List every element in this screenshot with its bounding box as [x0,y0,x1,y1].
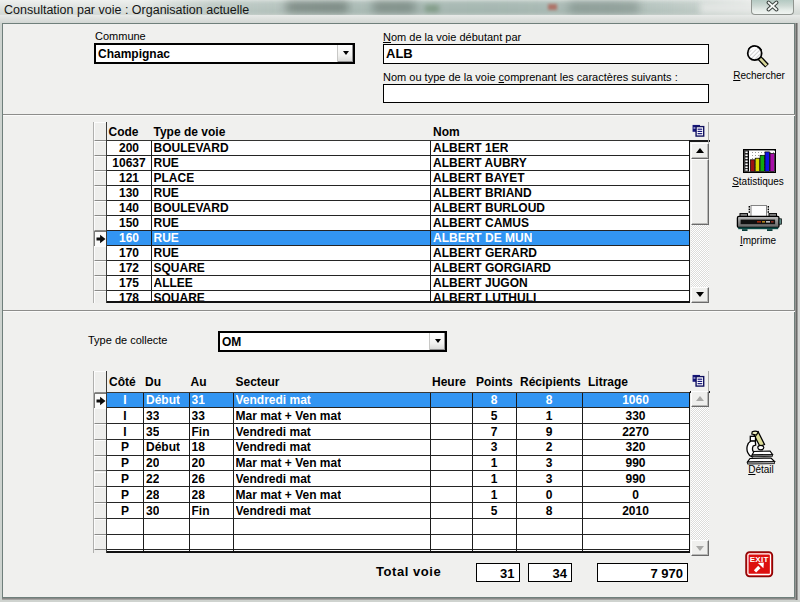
svg-text:EXIT: EXIT [750,555,769,564]
